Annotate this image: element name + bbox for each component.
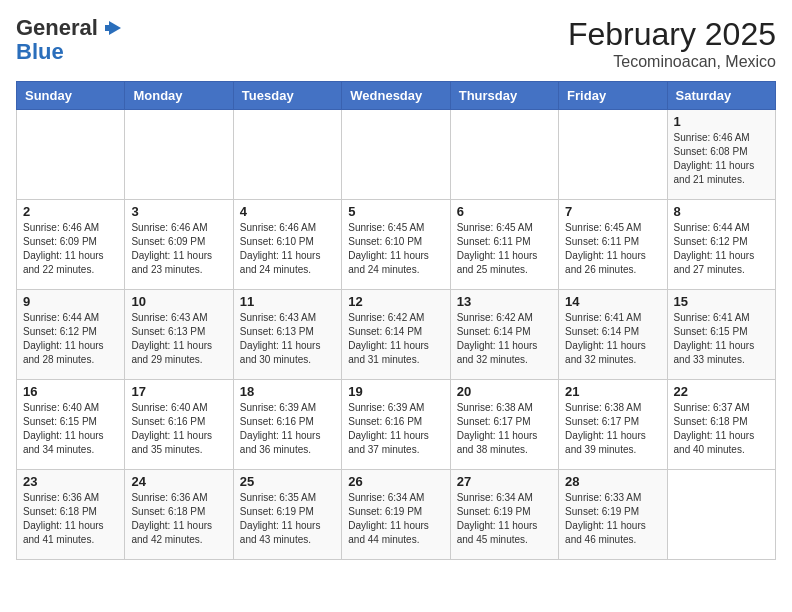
calendar-cell: 22Sunrise: 6:37 AM Sunset: 6:18 PM Dayli… <box>667 380 775 470</box>
day-number: 23 <box>23 474 118 489</box>
calendar-table: SundayMondayTuesdayWednesdayThursdayFrid… <box>16 81 776 560</box>
day-info: Sunrise: 6:42 AM Sunset: 6:14 PM Dayligh… <box>457 311 552 367</box>
calendar-cell: 10Sunrise: 6:43 AM Sunset: 6:13 PM Dayli… <box>125 290 233 380</box>
day-info: Sunrise: 6:38 AM Sunset: 6:17 PM Dayligh… <box>457 401 552 457</box>
calendar-cell: 2Sunrise: 6:46 AM Sunset: 6:09 PM Daylig… <box>17 200 125 290</box>
day-info: Sunrise: 6:43 AM Sunset: 6:13 PM Dayligh… <box>131 311 226 367</box>
calendar-cell <box>17 110 125 200</box>
day-number: 6 <box>457 204 552 219</box>
calendar-cell: 9Sunrise: 6:44 AM Sunset: 6:12 PM Daylig… <box>17 290 125 380</box>
calendar-cell: 24Sunrise: 6:36 AM Sunset: 6:18 PM Dayli… <box>125 470 233 560</box>
location-subtitle: Tecominoacan, Mexico <box>568 53 776 71</box>
day-info: Sunrise: 6:42 AM Sunset: 6:14 PM Dayligh… <box>348 311 443 367</box>
calendar-cell: 12Sunrise: 6:42 AM Sunset: 6:14 PM Dayli… <box>342 290 450 380</box>
day-info: Sunrise: 6:39 AM Sunset: 6:16 PM Dayligh… <box>348 401 443 457</box>
day-info: Sunrise: 6:46 AM Sunset: 6:09 PM Dayligh… <box>131 221 226 277</box>
day-number: 18 <box>240 384 335 399</box>
calendar-week-row: 9Sunrise: 6:44 AM Sunset: 6:12 PM Daylig… <box>17 290 776 380</box>
calendar-cell: 25Sunrise: 6:35 AM Sunset: 6:19 PM Dayli… <box>233 470 341 560</box>
day-info: Sunrise: 6:36 AM Sunset: 6:18 PM Dayligh… <box>23 491 118 547</box>
calendar-cell <box>342 110 450 200</box>
day-number: 24 <box>131 474 226 489</box>
day-number: 2 <box>23 204 118 219</box>
calendar-cell: 21Sunrise: 6:38 AM Sunset: 6:17 PM Dayli… <box>559 380 667 470</box>
day-info: Sunrise: 6:38 AM Sunset: 6:17 PM Dayligh… <box>565 401 660 457</box>
day-number: 9 <box>23 294 118 309</box>
logo: General Blue <box>16 16 123 64</box>
title-block: February 2025 Tecominoacan, Mexico <box>568 16 776 71</box>
day-info: Sunrise: 6:45 AM Sunset: 6:10 PM Dayligh… <box>348 221 443 277</box>
calendar-cell: 26Sunrise: 6:34 AM Sunset: 6:19 PM Dayli… <box>342 470 450 560</box>
day-info: Sunrise: 6:35 AM Sunset: 6:19 PM Dayligh… <box>240 491 335 547</box>
day-number: 22 <box>674 384 769 399</box>
calendar-cell: 5Sunrise: 6:45 AM Sunset: 6:10 PM Daylig… <box>342 200 450 290</box>
day-number: 20 <box>457 384 552 399</box>
logo-icon <box>101 17 123 39</box>
weekday-header-tuesday: Tuesday <box>233 82 341 110</box>
calendar-cell <box>233 110 341 200</box>
calendar-cell: 27Sunrise: 6:34 AM Sunset: 6:19 PM Dayli… <box>450 470 558 560</box>
calendar-cell: 16Sunrise: 6:40 AM Sunset: 6:15 PM Dayli… <box>17 380 125 470</box>
day-number: 10 <box>131 294 226 309</box>
logo-general-text: General <box>16 16 98 40</box>
day-info: Sunrise: 6:44 AM Sunset: 6:12 PM Dayligh… <box>674 221 769 277</box>
day-info: Sunrise: 6:46 AM Sunset: 6:09 PM Dayligh… <box>23 221 118 277</box>
calendar-cell <box>559 110 667 200</box>
calendar-cell: 1Sunrise: 6:46 AM Sunset: 6:08 PM Daylig… <box>667 110 775 200</box>
day-number: 4 <box>240 204 335 219</box>
day-info: Sunrise: 6:34 AM Sunset: 6:19 PM Dayligh… <box>457 491 552 547</box>
logo-blue-text: Blue <box>16 40 64 64</box>
calendar-cell <box>450 110 558 200</box>
day-number: 12 <box>348 294 443 309</box>
calendar-cell: 17Sunrise: 6:40 AM Sunset: 6:16 PM Dayli… <box>125 380 233 470</box>
weekday-header-saturday: Saturday <box>667 82 775 110</box>
day-number: 21 <box>565 384 660 399</box>
day-number: 17 <box>131 384 226 399</box>
day-info: Sunrise: 6:41 AM Sunset: 6:15 PM Dayligh… <box>674 311 769 367</box>
day-info: Sunrise: 6:44 AM Sunset: 6:12 PM Dayligh… <box>23 311 118 367</box>
day-number: 19 <box>348 384 443 399</box>
day-info: Sunrise: 6:34 AM Sunset: 6:19 PM Dayligh… <box>348 491 443 547</box>
month-year-title: February 2025 <box>568 16 776 53</box>
calendar-cell: 18Sunrise: 6:39 AM Sunset: 6:16 PM Dayli… <box>233 380 341 470</box>
calendar-week-row: 23Sunrise: 6:36 AM Sunset: 6:18 PM Dayli… <box>17 470 776 560</box>
calendar-cell: 15Sunrise: 6:41 AM Sunset: 6:15 PM Dayli… <box>667 290 775 380</box>
day-info: Sunrise: 6:37 AM Sunset: 6:18 PM Dayligh… <box>674 401 769 457</box>
day-info: Sunrise: 6:40 AM Sunset: 6:16 PM Dayligh… <box>131 401 226 457</box>
day-number: 27 <box>457 474 552 489</box>
weekday-header-friday: Friday <box>559 82 667 110</box>
calendar-cell: 11Sunrise: 6:43 AM Sunset: 6:13 PM Dayli… <box>233 290 341 380</box>
page-header: General Blue February 2025 Tecominoacan,… <box>16 16 776 71</box>
day-info: Sunrise: 6:43 AM Sunset: 6:13 PM Dayligh… <box>240 311 335 367</box>
day-info: Sunrise: 6:45 AM Sunset: 6:11 PM Dayligh… <box>565 221 660 277</box>
day-number: 7 <box>565 204 660 219</box>
day-number: 5 <box>348 204 443 219</box>
calendar-header-row: SundayMondayTuesdayWednesdayThursdayFrid… <box>17 82 776 110</box>
day-info: Sunrise: 6:36 AM Sunset: 6:18 PM Dayligh… <box>131 491 226 547</box>
day-number: 3 <box>131 204 226 219</box>
day-info: Sunrise: 6:46 AM Sunset: 6:08 PM Dayligh… <box>674 131 769 187</box>
day-number: 15 <box>674 294 769 309</box>
calendar-cell: 8Sunrise: 6:44 AM Sunset: 6:12 PM Daylig… <box>667 200 775 290</box>
calendar-cell <box>667 470 775 560</box>
calendar-cell: 3Sunrise: 6:46 AM Sunset: 6:09 PM Daylig… <box>125 200 233 290</box>
calendar-cell: 7Sunrise: 6:45 AM Sunset: 6:11 PM Daylig… <box>559 200 667 290</box>
weekday-header-thursday: Thursday <box>450 82 558 110</box>
day-info: Sunrise: 6:33 AM Sunset: 6:19 PM Dayligh… <box>565 491 660 547</box>
calendar-cell: 4Sunrise: 6:46 AM Sunset: 6:10 PM Daylig… <box>233 200 341 290</box>
calendar-cell: 20Sunrise: 6:38 AM Sunset: 6:17 PM Dayli… <box>450 380 558 470</box>
day-number: 14 <box>565 294 660 309</box>
day-info: Sunrise: 6:40 AM Sunset: 6:15 PM Dayligh… <box>23 401 118 457</box>
calendar-cell: 28Sunrise: 6:33 AM Sunset: 6:19 PM Dayli… <box>559 470 667 560</box>
calendar-cell: 19Sunrise: 6:39 AM Sunset: 6:16 PM Dayli… <box>342 380 450 470</box>
day-number: 1 <box>674 114 769 129</box>
day-number: 25 <box>240 474 335 489</box>
day-info: Sunrise: 6:45 AM Sunset: 6:11 PM Dayligh… <box>457 221 552 277</box>
calendar-week-row: 16Sunrise: 6:40 AM Sunset: 6:15 PM Dayli… <box>17 380 776 470</box>
day-number: 8 <box>674 204 769 219</box>
day-info: Sunrise: 6:41 AM Sunset: 6:14 PM Dayligh… <box>565 311 660 367</box>
svg-marker-0 <box>109 21 121 35</box>
calendar-cell: 6Sunrise: 6:45 AM Sunset: 6:11 PM Daylig… <box>450 200 558 290</box>
weekday-header-sunday: Sunday <box>17 82 125 110</box>
day-number: 26 <box>348 474 443 489</box>
